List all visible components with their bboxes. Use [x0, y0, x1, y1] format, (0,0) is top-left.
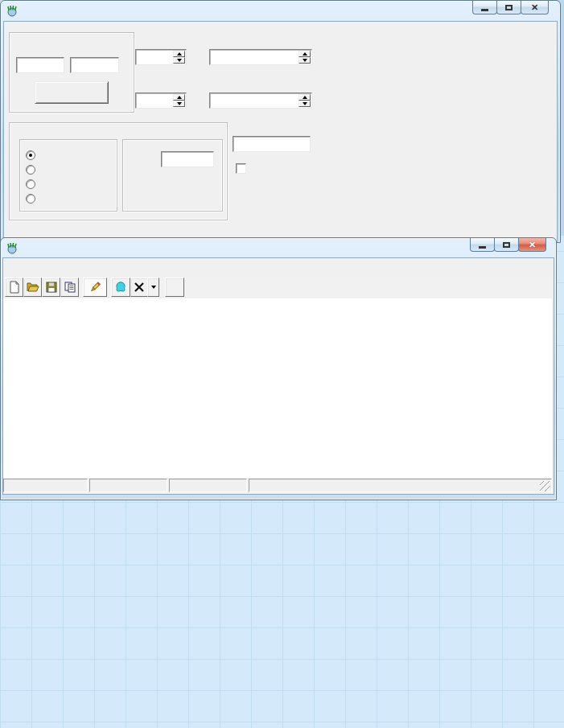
resize-grip[interactable] — [540, 481, 550, 492]
size-x-input[interactable] — [161, 151, 214, 167]
corners-down[interactable] — [173, 57, 185, 64]
menu-file[interactable] — [3, 265, 19, 269]
speakers-down[interactable] — [298, 57, 311, 64]
radio-square[interactable] — [26, 179, 35, 189]
status-panel-1 — [3, 479, 88, 492]
menubar — [3, 259, 552, 275]
status-panel-3 — [169, 479, 247, 492]
density-spinner[interactable] — [209, 93, 312, 109]
delete-x-icon — [134, 282, 145, 293]
minimize-button[interactable] — [472, 1, 497, 14]
speaker-tool-button[interactable] — [111, 278, 130, 297]
edge-sources-down[interactable] — [173, 101, 185, 107]
pencil-icon — [88, 281, 102, 294]
toolbar — [3, 276, 552, 299]
edge-sources-up[interactable] — [173, 94, 185, 101]
minimize-icon — [479, 246, 486, 249]
baffle-y-input[interactable] — [70, 57, 119, 73]
maximize-icon — [505, 5, 513, 10]
speakers-spinner[interactable] — [209, 49, 312, 65]
status-panel-4 — [249, 479, 552, 492]
baffle-x-input[interactable] — [16, 57, 64, 73]
maximize-button[interactable] — [494, 238, 519, 252]
menu-edit[interactable] — [19, 265, 35, 269]
open-baffle-checkbox[interactable] — [236, 163, 246, 174]
response-chart — [0, 298, 555, 478]
app-icon — [6, 4, 19, 19]
edge-sources-spinner[interactable] — [135, 93, 187, 109]
density-down[interactable] — [298, 101, 311, 107]
phase-button[interactable] — [165, 278, 184, 297]
maximize-icon — [503, 242, 510, 248]
copy-button[interactable] — [60, 278, 79, 297]
pencil-edit-button[interactable] — [83, 278, 107, 297]
response-statusbar — [3, 478, 552, 493]
speaker-icon — [114, 281, 127, 294]
close-icon: ✕ — [531, 3, 538, 12]
desktop: ✕ — [0, 0, 564, 728]
apply-button[interactable] — [35, 81, 109, 104]
corners-up[interactable] — [173, 51, 185, 57]
size-group — [122, 139, 223, 212]
open-button[interactable] — [23, 278, 42, 297]
open-folder-icon — [27, 281, 39, 294]
menu-help[interactable] — [35, 265, 51, 269]
copy-icon — [64, 281, 76, 294]
dropdown-arrow-icon — [151, 286, 156, 289]
radio-rectangular[interactable] — [26, 194, 35, 204]
app-icon — [6, 241, 19, 257]
radio-elliptic[interactable] — [26, 165, 35, 175]
status-panel-2 — [89, 479, 167, 492]
density-up[interactable] — [298, 94, 311, 101]
maximize-button[interactable] — [496, 1, 521, 14]
minimize-icon — [481, 9, 488, 11]
new-document-button[interactable] — [5, 278, 23, 297]
close-icon: ✕ — [529, 241, 536, 249]
new-document-icon — [8, 281, 21, 294]
close-button[interactable]: ✕ — [518, 238, 546, 252]
mic-distance-input[interactable] — [233, 136, 311, 152]
save-button[interactable] — [42, 278, 60, 297]
delete-dropdown[interactable] — [147, 278, 159, 297]
speakers-up[interactable] — [298, 51, 311, 57]
corners-spinner[interactable] — [135, 49, 187, 65]
close-button[interactable]: ✕ — [521, 1, 549, 14]
delete-curve-button[interactable] — [130, 278, 148, 297]
minimize-button[interactable] — [470, 238, 495, 252]
radio-circular[interactable] — [26, 150, 35, 160]
save-floppy-icon — [45, 281, 58, 294]
